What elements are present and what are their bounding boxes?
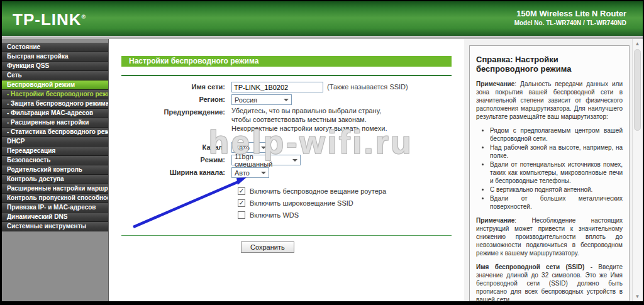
help-lead: Примечание [476,80,514,87]
tp-link-logo: TP-LINK® [13,10,86,30]
sidebar-item-dynamic-dns[interactable]: Динамический DNS [2,213,108,222]
title-divider [121,75,452,76]
sidebar-item-parental-control[interactable]: Родительский контроль [2,165,108,175]
scroll-down-icon[interactable]: ▼ [633,292,642,301]
help-lead: Примечание [476,217,514,224]
sidebar-item-advanced-settings[interactable]: - Расширенные настройки [2,118,108,128]
enable-wds-checkbox[interactable] [238,211,245,219]
sidebar-item-quick-setup[interactable]: Быстрая настройка [2,52,108,62]
channel-width-value: Авто [235,169,250,177]
help-panel: Справка: Настройки беспроводного режима … [469,45,630,301]
sidebar-item-ip-mac-binding[interactable]: Привязка IP- и MAC-адресов [2,203,108,213]
chevron-down-icon [284,99,289,101]
sidebar-item-advanced-routing[interactable]: Расширенные настройки маршрутизации [2,184,108,194]
checkbox-row: Включить широковещание SSID [238,199,464,207]
channel-select[interactable]: Авто [231,142,269,153]
help-note-1: Примечание: Дальность передачи данных ил… [476,80,623,121]
sidebar-item-forwarding[interactable]: Переадресация [2,147,108,156]
warning-line: Убедитесь, что вы правильно выбрали стра… [231,107,387,116]
channel-width-label: Ширина канала: [109,167,231,176]
region-value: Россия [235,96,257,104]
checkbox-row: Включить WDS [238,211,464,219]
sidebar-item-mac-filtering[interactable]: - Фильтрация MAC-адресов [2,109,108,118]
help-lead: Имя беспроводной сети (SSID) [476,263,584,270]
header: TP-LINK® 150M Wireless Lite N Router Mod… [2,1,643,36]
help-title: Справка: Настройки беспроводного режима [476,55,623,74]
sidebar-item-bandwidth-control[interactable]: Контроль пропускной способности [2,194,108,203]
help-bullet: Вдали от больших металлических поверхнос… [490,194,623,211]
page-scrollbar[interactable]: ▲ ▼ [632,39,642,301]
warning-label: Предупреждение: [109,107,231,116]
help-bullet: Рядом с предполагаемым центром вашей бес… [490,126,623,143]
ssid-label: Имя сети: [109,82,231,91]
mode-label: Режим: [109,155,231,164]
enable-wireless-checkbox[interactable] [238,187,245,195]
sidebar-nav: Состояние Быстрая настройка Функция QSS … [2,39,109,301]
sidebar-item-system-tools[interactable]: Системные инструменты [2,222,108,231]
sidebar-item-wireless-statistics[interactable]: - Статистика беспроводного режима [2,128,108,137]
channel-label: Канал: [109,142,231,151]
sidebar-item-status[interactable]: Состояние [2,43,108,52]
enable-ssid-broadcast-label: Включить широковещание SSID [250,199,353,207]
help-bullets: Рядом с предполагаемым центром вашей бес… [490,126,623,211]
warning-line: Некорректные настройки могут вызвать пом… [231,125,387,133]
sidebar-item-dhcp[interactable]: DHCP [2,137,108,147]
channel-value: Авто [235,144,250,152]
scroll-up-icon[interactable]: ▲ [633,39,642,48]
sidebar-item-wireless[interactable]: Беспроводной режим [2,80,108,90]
main-content: Настройки беспроводного режима Имя сети:… [109,39,464,301]
save-button[interactable]: Сохранить [241,241,294,253]
help-bullet: Над рабочей зоной на высоте, например, н… [490,143,623,160]
model-number: Model No. TL-WR740N / TL-WR740ND [514,19,626,26]
sidebar-item-wireless-security[interactable]: - Защита беспроводного режима [2,99,108,109]
enable-wireless-label: Включить беспроводное вещание роутера [250,187,386,195]
sidebar-item-wireless-settings[interactable]: - Настройки беспроводного режима [2,90,108,99]
warning-text: Убедитесь, что вы правильно выбрали стра… [231,107,387,133]
chevron-down-icon [261,172,266,174]
product-name: 150M Wireless Lite N Router [514,9,626,18]
region-label: Регион: [109,94,231,103]
region-select[interactable]: Россия [231,94,292,105]
checkbox-row: Включить беспроводное вещание роутера [238,187,464,195]
enable-wds-label: Включить WDS [250,211,299,219]
ssid-note: (Также называется SSID) [327,82,408,91]
warning-line: чтобы соответствовать местным законам. [231,116,387,125]
router-admin-page: TP-LINK® 150M Wireless Lite N Router Mod… [2,1,643,301]
chevron-down-icon [261,147,266,149]
header-product-info: 150M Wireless Lite N Router Model No. TL… [514,9,626,26]
page-title: Настройки беспроводного режима [121,56,452,67]
mode-select[interactable]: 11bgn смешанный [231,155,301,165]
form-divider [121,235,452,236]
wireless-settings-form: Имя сети: (Также называется SSID) Регион… [109,82,464,253]
help-ssid: Имя беспроводной сети (SSID) - Введите з… [476,263,623,301]
channel-width-select[interactable]: Авто [231,167,269,178]
sidebar-item-access-control[interactable]: Контроль доступа [2,175,108,184]
logo-text: TP-LINK [13,10,82,29]
mode-value: 11bgn смешанный [235,153,289,168]
chevron-down-icon [292,159,297,162]
help-bullet: Вдали от потенциальных источников помех,… [490,160,623,185]
ssid-input[interactable] [231,82,323,92]
sidebar-item-network[interactable]: Сеть [2,71,108,80]
scrollbar-thumb[interactable] [634,49,641,131]
help-bullet: С вертикально поднятой антенной. [490,186,623,194]
help-note-2: Примечание: Несоблюдение настоящих инстр… [476,216,623,257]
enable-ssid-broadcast-checkbox[interactable] [238,199,245,207]
registered-mark: ® [82,14,87,20]
help-zone: Справка: Настройки беспроводного режима … [464,39,632,301]
sidebar-item-security[interactable]: Безопасность [2,156,108,165]
sidebar-item-qss[interactable]: Функция QSS [2,62,108,71]
